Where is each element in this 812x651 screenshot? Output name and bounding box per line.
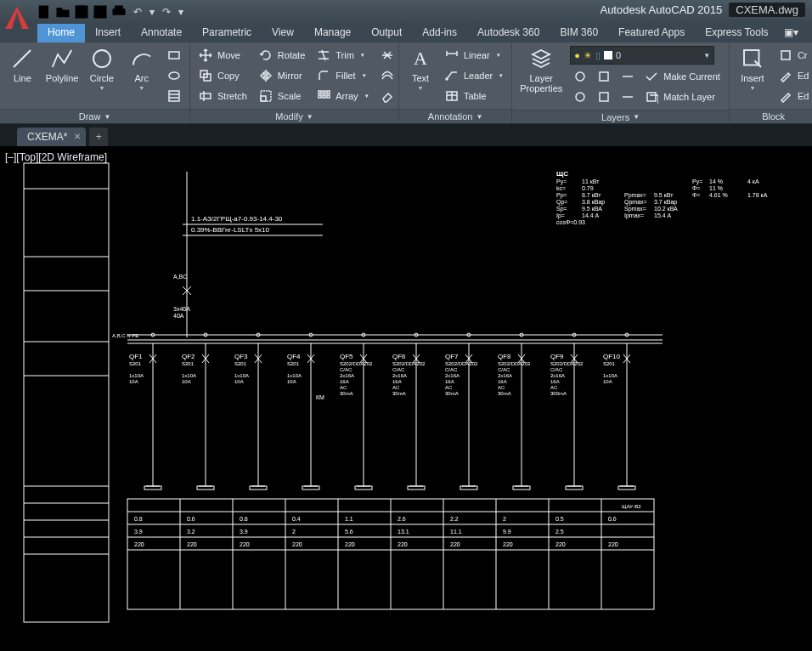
copy-button[interactable]: Copy [195, 66, 251, 85]
panel-draw: Line Polyline Circle▼ Arc▼ Draw▼ [0, 42, 190, 123]
layer-props-button[interactable]: Layer Properties [517, 46, 565, 93]
saveas-icon[interactable] [92, 3, 109, 20]
plot-icon[interactable] [110, 3, 127, 20]
panel-draw-title[interactable]: Draw▼ [0, 109, 189, 123]
panel-modify-title[interactable]: Modify▼ [190, 109, 398, 123]
tab-annotate[interactable]: Annotate [131, 24, 192, 42]
array-button[interactable]: Array▾ [313, 87, 371, 105]
fillet-button[interactable]: Fillet▾ [313, 66, 371, 85]
tab-addins[interactable]: Add-ins [412, 24, 467, 42]
make-current-icon [645, 70, 658, 83]
text-button[interactable]: AText▼ [404, 46, 437, 91]
rectangle-button[interactable] [164, 46, 184, 65]
sun-icon: ☀ [584, 50, 592, 61]
panel-block: Insert▼ Cr Ed Ed Block [730, 42, 812, 123]
svg-text:16A: 16A [550, 379, 560, 384]
scale-button[interactable]: Scale [256, 87, 308, 105]
stretch-button[interactable]: Stretch [195, 87, 251, 105]
hatch-button[interactable] [164, 87, 184, 105]
svg-text:S202/DDA202: S202/DDA202 [498, 361, 531, 366]
panel-annotation-title[interactable]: Annotation▼ [399, 109, 511, 123]
svg-text:QF3: QF3 [234, 353, 248, 360]
rotate-button[interactable]: Rotate [256, 46, 308, 65]
tab-output[interactable]: Output [361, 24, 412, 42]
table-button[interactable]: Table [442, 87, 506, 105]
add-tab-button[interactable]: + [89, 127, 108, 146]
tab-home[interactable]: Home [37, 24, 85, 42]
layer-misc-3[interactable] [594, 67, 614, 86]
tab-a360[interactable]: Autodesk 360 [467, 24, 550, 42]
arc-button[interactable]: Arc▼ [124, 46, 159, 91]
doc-tab[interactable]: CXEMA*✕ [17, 127, 86, 146]
svg-text:A,B,C
N
PE: A,B,C N PE [112, 333, 138, 338]
erase-icon [381, 89, 394, 103]
svg-text:0.5: 0.5 [555, 516, 564, 522]
edit-block-button[interactable]: Ed [775, 66, 812, 85]
tab-featured[interactable]: Featured Apps [608, 24, 695, 42]
insert-block-button[interactable]: Insert▼ [735, 46, 770, 91]
linear-dim-button[interactable]: Linear▾ [442, 46, 506, 65]
svg-text:Spmax=: Spmax= [624, 206, 646, 212]
tab-overflow-icon[interactable]: ▣▾ [779, 24, 804, 42]
svg-text:S202/DDA202: S202/DDA202 [340, 361, 373, 366]
svg-text:30mA: 30mA [498, 391, 511, 396]
chevron-down-icon: ▼ [476, 113, 482, 121]
erase-button[interactable] [377, 87, 398, 105]
layer-misc-2[interactable] [570, 88, 590, 106]
layer-misc-4[interactable] [594, 88, 614, 106]
viewport-label[interactable]: [–][Top][2D Wireframe] [5, 151, 107, 163]
panel-layers-title[interactable]: Layers▼ [512, 110, 729, 123]
tab-parametric[interactable]: Parametric [192, 24, 262, 42]
svg-text:9.5 кВА: 9.5 кВА [582, 206, 602, 212]
svg-text:0.6: 0.6 [608, 516, 617, 522]
polyline-button[interactable]: Polyline [45, 46, 80, 83]
redo-icon[interactable]: ↷ [158, 3, 175, 20]
ellipse-button[interactable] [164, 66, 184, 85]
explode-button[interactable] [377, 46, 398, 65]
svg-text:2: 2 [503, 516, 506, 522]
layer-misc-6[interactable] [617, 88, 638, 106]
tab-insert[interactable]: Insert [85, 24, 131, 42]
move-button[interactable]: Move [195, 46, 251, 65]
ellipse-icon [167, 69, 181, 82]
undo-icon[interactable]: ↶ [129, 3, 146, 20]
title-bar: ↶ ▾ ↷ ▾ Autodesk AutoCAD 2015CXEMA.dwg [0, 0, 812, 24]
svg-rect-2 [78, 6, 85, 10]
app-menu-button[interactable] [2, 3, 32, 34]
svg-rect-26 [319, 95, 321, 98]
edit-attr-button[interactable]: Ed [775, 87, 812, 105]
panel-modify: Move Copy Stretch Rotate Mirror Scale Tr… [190, 42, 399, 123]
offset-button[interactable] [377, 66, 398, 85]
drawing-area[interactable]: [–][Top][2D Wireframe] 1.1-АЗ/2ГРЩ-а7-0.… [0, 146, 812, 651]
tab-bim360[interactable]: BIM 360 [550, 24, 608, 42]
layer-combo[interactable]: ● ☀ ▯ 0 ▼ [570, 46, 714, 65]
svg-text:0.6: 0.6 [187, 516, 195, 522]
panel-block-title[interactable]: Block [730, 109, 812, 123]
layer-misc-5[interactable] [617, 67, 638, 86]
polyline-icon [49, 46, 75, 71]
hatch-icon [167, 89, 181, 103]
make-current-button[interactable]: Make Current [641, 67, 724, 86]
mirror-button[interactable]: Mirror [256, 66, 308, 85]
circle-button[interactable]: Circle▼ [85, 46, 120, 91]
create-block-button[interactable]: Cr [775, 46, 812, 65]
close-icon[interactable]: ✕ [74, 132, 81, 141]
svg-text:3.8 кВар: 3.8 кВар [582, 199, 605, 206]
match-layer-button[interactable]: Match Layer [641, 88, 724, 106]
svg-text:5.6: 5.6 [345, 529, 353, 535]
leader-button[interactable]: Leader▾ [442, 66, 506, 85]
line-button[interactable]: Line [5, 46, 40, 83]
svg-text:S201: S201 [234, 361, 247, 366]
drawing-canvas[interactable]: 1.1-АЗ/2ГРЩ-а7-0.93-14.4-300.39%-ВВГнг-L… [0, 146, 812, 651]
svg-text:Ф=: Ф= [692, 192, 700, 198]
tab-express[interactable]: Express Tools [695, 24, 778, 42]
undo-dropdown-icon[interactable]: ▾ [148, 3, 156, 20]
redo-dropdown-icon[interactable]: ▾ [177, 3, 185, 20]
save-icon[interactable] [73, 3, 90, 20]
tab-view[interactable]: View [262, 24, 304, 42]
layer-misc-1[interactable] [570, 67, 590, 86]
trim-button[interactable]: Trim▾ [313, 46, 371, 65]
tab-manage[interactable]: Manage [304, 24, 361, 42]
open-icon[interactable] [54, 3, 71, 20]
new-icon[interactable] [36, 3, 53, 20]
